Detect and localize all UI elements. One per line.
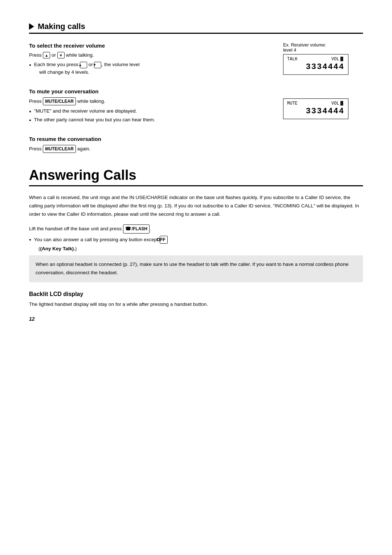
off-button: OFF xyxy=(160,236,168,244)
lcd2-right: VOL▐▌ xyxy=(331,101,344,106)
making-calls-divider xyxy=(29,33,363,34)
receiver-volume-right: Ex. Receiver volume: level 4 TALK VOL▐▌ … xyxy=(283,42,363,77)
any-key-talk-label: ((Any Key Talk).) xyxy=(29,245,363,252)
up-btn2: ▲ xyxy=(80,62,87,68)
lcd-display-1: TALK VOL▐▌ 3334444 xyxy=(283,54,348,75)
vol-bars-icon: ▐▌ xyxy=(339,57,344,62)
flash-button: ☎ /FLASH xyxy=(123,224,150,234)
answering-calls-title: Answering Calls xyxy=(29,167,363,183)
arrow-icon xyxy=(29,23,34,30)
up-btn: ▲ xyxy=(43,52,50,58)
lcd2-left: MUTE xyxy=(287,101,298,106)
mute-instruction: Press MUTE/CLEAR while talking. xyxy=(29,97,269,105)
mute-bullet-1: "MUTE" and the receiver volume are displ… xyxy=(29,108,269,115)
lcd1-number: 3334444 xyxy=(287,62,344,72)
receiver-volume-left: To select the receiver volume Press ▲ or… xyxy=(29,42,269,77)
mute-left: To mute your conversation Press MUTE/CLE… xyxy=(29,88,269,125)
lcd1-right: VOL▐▌ xyxy=(331,57,344,62)
answering-calls-divider xyxy=(29,185,363,186)
mute-clear-btn: MUTE/CLEAR xyxy=(43,97,76,105)
receiver-volume-section: To select the receiver volume Press ▲ or… xyxy=(29,42,363,77)
down-btn2: ▼ xyxy=(94,62,101,68)
mute-right: MUTE VOL▐▌ 3334444 xyxy=(283,88,363,125)
lift-text: Lift the handset off the base unit and p… xyxy=(29,224,363,234)
headset-note-box: When an optional headset is connected (p… xyxy=(29,255,363,282)
backlit-section: Backlit LCD display The lighted handset … xyxy=(29,291,363,309)
down-btn: ▼ xyxy=(57,52,65,58)
page-number: 12 xyxy=(29,316,363,322)
phone-icon: ☎ xyxy=(125,225,131,233)
making-calls-title: Making calls xyxy=(38,22,85,31)
lcd1-left: TALK xyxy=(287,57,298,62)
resume-instruction: Press MUTE/CLEAR again. xyxy=(29,145,363,153)
mute-bullet-2: The other party cannot hear you but you … xyxy=(29,116,269,123)
receiver-volume-instruction: Press ▲ or ▼ while talking. xyxy=(29,52,269,59)
mute-clear-btn2: MUTE/CLEAR xyxy=(43,145,76,153)
answering-calls-body: When a call is received, the unit rings … xyxy=(29,194,363,219)
receiver-volume-bullet: Each time you press ▲ or ▼, the volume l… xyxy=(29,61,269,76)
mute-section: To mute your conversation Press MUTE/CLE… xyxy=(29,88,363,125)
example-label: Ex. Receiver volume: level 4 xyxy=(283,42,363,53)
mute-title: To mute your conversation xyxy=(29,88,269,94)
resume-section: To resume the conversation Press MUTE/CL… xyxy=(29,136,363,153)
backlit-text: The lighted handset display will stay on… xyxy=(29,300,363,309)
vol-bars-icon2: ▐▌ xyxy=(339,101,344,106)
any-key-bullet: You can also answer a call by pressing a… xyxy=(29,236,363,244)
lcd-display-2: MUTE VOL▐▌ 3334444 xyxy=(283,98,348,119)
resume-title: To resume the conversation xyxy=(29,136,363,142)
receiver-volume-title: To select the receiver volume xyxy=(29,42,269,49)
lcd2-number: 3334444 xyxy=(287,107,344,116)
backlit-title: Backlit LCD display xyxy=(29,291,363,297)
making-calls-header: Making calls xyxy=(29,22,363,31)
